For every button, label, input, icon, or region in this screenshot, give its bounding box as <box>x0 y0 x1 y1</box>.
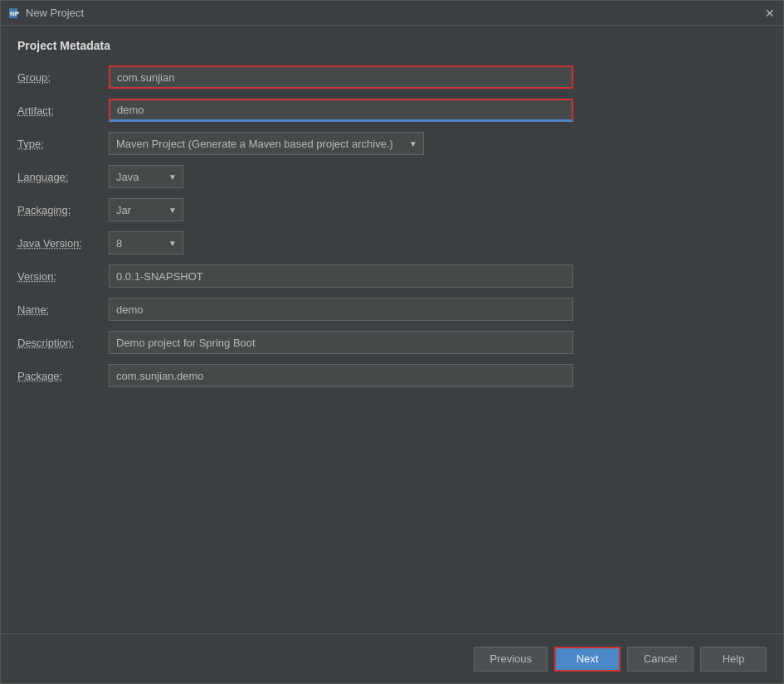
description-input[interactable] <box>109 331 573 354</box>
language-dropdown-wrap: Java Kotlin Groovy ▼ <box>109 165 183 188</box>
artifact-label: Artifact: <box>17 104 109 117</box>
group-input-wrap <box>109 65 573 89</box>
type-select[interactable]: Maven Project (Generate a Maven based pr… <box>109 132 424 155</box>
package-input-wrap <box>109 364 573 387</box>
package-input[interactable] <box>109 364 573 387</box>
close-button[interactable]: ✕ <box>763 7 777 20</box>
description-input-wrap <box>109 331 573 354</box>
svg-text:NP: NP <box>10 10 20 17</box>
language-label: Language: <box>17 171 109 183</box>
packaging-label: Packaging: <box>17 204 109 216</box>
version-row: Version: <box>17 264 767 288</box>
language-row: Language: Java Kotlin Groovy ▼ <box>17 165 767 188</box>
version-input-wrap <box>109 264 573 288</box>
next-button[interactable]: Next <box>554 647 621 672</box>
group-input[interactable] <box>109 65 573 89</box>
group-label: Group: <box>17 71 109 84</box>
group-row: Group: <box>17 65 767 89</box>
package-label: Package: <box>17 370 109 382</box>
name-input[interactable] <box>109 298 573 321</box>
packaging-select-wrap: Jar War ▼ <box>109 198 573 221</box>
artifact-input[interactable] <box>109 99 573 122</box>
packaging-row: Packaging: Jar War ▼ <box>17 198 767 221</box>
version-label: Version: <box>17 270 109 283</box>
java-version-row: Java Version: 8 11 17 21 ▼ <box>17 231 767 255</box>
artifact-input-wrap <box>109 99 573 122</box>
java-version-dropdown-wrap: 8 11 17 21 ▼ <box>109 231 183 255</box>
help-button[interactable]: Help <box>700 647 767 672</box>
description-label: Description: <box>17 337 109 349</box>
packaging-dropdown-wrap: Jar War ▼ <box>109 198 183 221</box>
name-row: Name: <box>17 298 767 321</box>
new-project-icon: NP <box>7 7 21 20</box>
type-select-wrap: Maven Project (Generate a Maven based pr… <box>109 132 573 155</box>
type-label: Type: <box>17 138 109 150</box>
version-input[interactable] <box>109 264 573 288</box>
packaging-select[interactable]: Jar War <box>109 198 183 221</box>
type-dropdown-wrap: Maven Project (Generate a Maven based pr… <box>109 132 424 155</box>
type-row: Type: Maven Project (Generate a Maven ba… <box>17 132 767 155</box>
artifact-row: Artifact: <box>17 99 767 122</box>
name-input-wrap <box>109 298 573 321</box>
title-bar: NP New Project ✕ <box>1 1 783 26</box>
dialog-footer: Previous Next Cancel Help <box>1 633 783 683</box>
java-version-select-wrap: 8 11 17 21 ▼ <box>109 231 573 255</box>
package-row: Package: <box>17 364 767 387</box>
section-title: Project Metadata <box>17 39 767 52</box>
language-select[interactable]: Java Kotlin Groovy <box>109 165 183 188</box>
java-version-select[interactable]: 8 11 17 21 <box>109 231 183 255</box>
description-row: Description: <box>17 331 767 354</box>
name-label: Name: <box>17 303 109 316</box>
dialog-content: Project Metadata Group: Artifact: Type: … <box>1 26 783 633</box>
dialog-title: New Project <box>26 7 763 19</box>
previous-button[interactable]: Previous <box>474 647 548 672</box>
java-version-label: Java Version: <box>17 237 109 250</box>
language-select-wrap: Java Kotlin Groovy ▼ <box>109 165 573 188</box>
cancel-button[interactable]: Cancel <box>627 647 694 672</box>
new-project-dialog: NP New Project ✕ Project Metadata Group:… <box>0 0 784 684</box>
